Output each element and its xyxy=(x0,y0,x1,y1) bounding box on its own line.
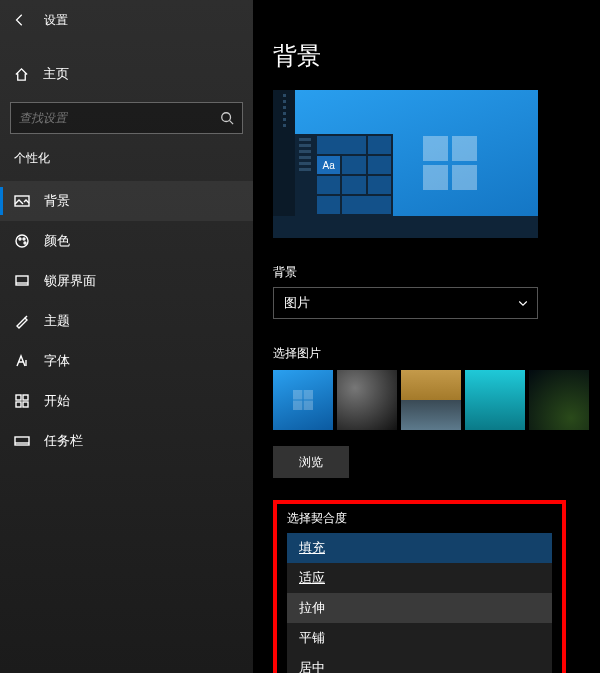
background-label: 背景 xyxy=(273,264,600,281)
svg-point-4 xyxy=(23,238,25,240)
lockscreen-icon xyxy=(14,273,30,289)
search-box[interactable] xyxy=(10,102,243,134)
start-icon xyxy=(14,393,30,409)
home-icon xyxy=(14,67,29,82)
sidebar-home[interactable]: 主页 xyxy=(0,54,253,94)
picture-thumbnails xyxy=(273,370,600,430)
fit-dropdown-list[interactable]: 填充 适应 拉伸 平铺 居中 跨区 xyxy=(287,533,552,673)
sidebar-item-label: 字体 xyxy=(44,352,70,370)
sidebar-item-background[interactable]: 背景 xyxy=(0,181,253,221)
window-title: 设置 xyxy=(44,12,68,29)
svg-rect-8 xyxy=(23,395,28,400)
fit-section-highlight: 选择契合度 填充 适应 拉伸 平铺 居中 跨区 xyxy=(273,500,566,673)
picture-thumbnail[interactable] xyxy=(465,370,525,430)
page-title: 背景 xyxy=(273,40,600,72)
palette-icon xyxy=(14,233,30,249)
svg-point-2 xyxy=(16,235,28,247)
fit-option-fit[interactable]: 适应 xyxy=(287,563,552,593)
picture-thumbnail[interactable] xyxy=(337,370,397,430)
sidebar-home-label: 主页 xyxy=(43,65,69,83)
desktop-preview: Aa xyxy=(273,90,538,238)
theme-icon xyxy=(14,313,30,329)
svg-rect-11 xyxy=(15,437,29,445)
windows-logo-icon xyxy=(423,136,477,190)
svg-point-0 xyxy=(222,113,231,122)
sidebar-item-colors[interactable]: 颜色 xyxy=(0,221,253,261)
picture-thumbnail[interactable] xyxy=(273,370,333,430)
sidebar-item-label: 锁屏界面 xyxy=(44,272,96,290)
back-button[interactable] xyxy=(8,8,32,32)
search-icon xyxy=(220,111,234,125)
fit-label: 选择契合度 xyxy=(287,510,552,527)
browse-button-label: 浏览 xyxy=(299,454,323,471)
taskbar-icon xyxy=(14,433,30,449)
arrow-left-icon xyxy=(13,13,27,27)
sidebar-item-lockscreen[interactable]: 锁屏界面 xyxy=(0,261,253,301)
svg-point-5 xyxy=(24,242,26,244)
sidebar-item-label: 任务栏 xyxy=(44,432,83,450)
settings-sidebar: 设置 主页 个性化 背景 颜色 锁屏界面 xyxy=(0,0,253,673)
fit-option-center[interactable]: 居中 xyxy=(287,653,552,673)
picture-thumbnail[interactable] xyxy=(401,370,461,430)
fit-option-tile[interactable]: 平铺 xyxy=(287,623,552,653)
svg-rect-10 xyxy=(23,402,28,407)
preview-sample-tile: Aa xyxy=(317,156,340,174)
sidebar-item-fonts[interactable]: 字体 xyxy=(0,341,253,381)
chevron-down-icon xyxy=(517,297,529,309)
sidebar-item-taskbar[interactable]: 任务栏 xyxy=(0,421,253,461)
sidebar-item-themes[interactable]: 主题 xyxy=(0,301,253,341)
settings-main: 背景 Aa 背景 图片 选择图片 xyxy=(253,0,600,673)
svg-rect-9 xyxy=(16,402,21,407)
fit-option-stretch[interactable]: 拉伸 xyxy=(287,593,552,623)
sidebar-section-title: 个性化 xyxy=(0,134,253,181)
background-type-value: 图片 xyxy=(284,294,310,312)
sidebar-item-label: 背景 xyxy=(44,192,70,210)
sidebar-item-start[interactable]: 开始 xyxy=(0,381,253,421)
search-input[interactable] xyxy=(19,111,220,125)
background-type-select[interactable]: 图片 xyxy=(273,287,538,319)
browse-button[interactable]: 浏览 xyxy=(273,446,349,478)
sidebar-item-label: 颜色 xyxy=(44,232,70,250)
svg-rect-7 xyxy=(16,395,21,400)
font-icon xyxy=(14,353,30,369)
choose-picture-label: 选择图片 xyxy=(273,345,600,362)
picture-thumbnail[interactable] xyxy=(529,370,589,430)
sidebar-item-label: 开始 xyxy=(44,392,70,410)
sidebar-item-label: 主题 xyxy=(44,312,70,330)
fit-option-fill[interactable]: 填充 xyxy=(287,533,552,563)
svg-point-3 xyxy=(19,238,21,240)
picture-icon xyxy=(14,193,30,209)
